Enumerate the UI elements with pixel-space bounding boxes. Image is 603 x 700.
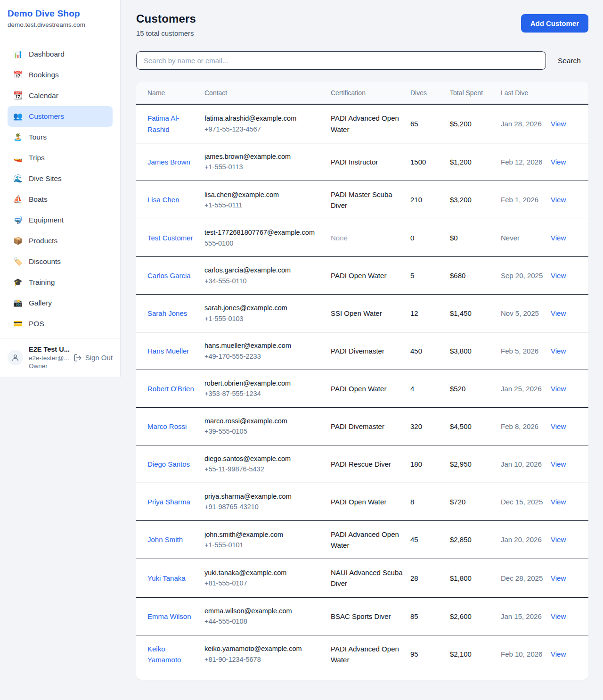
sidebar-item-pos[interactable]: 💳 POS (8, 313, 113, 334)
customer-phone: +1-555-0111 (204, 200, 323, 210)
view-link[interactable]: View (551, 196, 566, 204)
last-dive-cell: Feb 5, 2026 (501, 332, 551, 370)
sidebar-item-calendar[interactable]: 📆 Calendar (8, 85, 113, 106)
sidebar-item-boats[interactable]: ⛵ Boats (8, 189, 113, 210)
search-button[interactable]: Search (550, 57, 588, 65)
total-spent-cell: $2,850 (450, 520, 501, 559)
sidebar-item-equipment[interactable]: 🤿 Equipment (8, 210, 113, 231)
nav-label: Boats (29, 195, 48, 204)
customer-name-link[interactable]: Lisa Chen (147, 196, 179, 204)
view-link[interactable]: View (551, 460, 566, 468)
view-link[interactable]: View (551, 309, 566, 317)
customer-name-link[interactable]: Sarah Jones (147, 309, 187, 317)
contact-cell: keiko.yamamoto@example.com +81-90-1234-5… (204, 635, 331, 673)
nav-icon: 📅 (13, 71, 23, 79)
total-spent-cell: $3,800 (450, 332, 501, 370)
sidebar-item-products[interactable]: 📦 Products (8, 231, 113, 251)
view-link[interactable]: View (551, 272, 566, 280)
last-dive-cell: Jan 25, 2026 (501, 370, 551, 407)
contact-cell: diego.santos@example.com +55-11-99876-54… (204, 445, 331, 483)
customer-phone: +39-555-0105 (204, 426, 323, 436)
view-link[interactable]: View (551, 612, 566, 620)
certification-cell: NAUI Advanced Scuba Diver (331, 559, 410, 598)
view-link[interactable]: View (551, 574, 566, 582)
nav-icon: 🤿 (13, 216, 23, 224)
table-row: Fatima Al-Rashid fatima.alrashid@example… (136, 104, 588, 143)
customer-name-link[interactable]: Robert O'Brien (147, 385, 194, 393)
customer-name-link[interactable]: Fatima Al-Rashid (147, 114, 179, 133)
view-link[interactable]: View (551, 158, 566, 166)
nav-icon: 🎓 (13, 279, 23, 286)
customer-phone: +1-555-0113 (204, 162, 323, 172)
customer-name-link[interactable]: James Brown (147, 158, 190, 166)
table-row: Keiko Yamamoto keiko.yamamoto@example.co… (136, 635, 588, 673)
view-link[interactable]: View (551, 385, 566, 393)
nav-icon: 📆 (13, 92, 23, 99)
customer-name-link[interactable]: Carlos Garcia (147, 272, 191, 280)
view-link[interactable]: View (551, 650, 566, 658)
shop-name[interactable]: Demo Dive Shop (8, 8, 113, 19)
view-link[interactable]: View (551, 422, 566, 430)
customer-name-link[interactable]: Yuki Tanaka (147, 574, 186, 582)
sign-out-button[interactable]: Sign Out (73, 354, 113, 362)
certification-cell: PADI Advanced Open Water (331, 104, 410, 143)
customer-email: john.smith@example.com (204, 529, 323, 540)
customer-name-link[interactable]: Emma Wilson (147, 612, 191, 620)
table-row: Priya Sharma priya.sharma@example.com +9… (136, 483, 588, 520)
customer-name-link[interactable]: Hans Mueller (147, 347, 189, 355)
customer-name-link[interactable]: Priya Sharma (147, 498, 190, 506)
customer-name-link[interactable]: Marco Rossi (147, 422, 187, 430)
last-dive-cell: Jan 10, 2026 (501, 445, 551, 483)
view-link[interactable]: View (551, 498, 566, 506)
contact-cell: lisa.chen@example.com +1-555-0111 (204, 181, 331, 219)
sidebar-item-trips[interactable]: 🚤 Trips (8, 148, 113, 168)
sidebar-item-gallery[interactable]: 📸 Gallery (8, 293, 113, 313)
customer-name-link[interactable]: John Smith (147, 535, 183, 544)
sidebar: Demo Dive Shop demo.test.divestreams.com… (0, 0, 121, 377)
search-input[interactable] (136, 51, 546, 70)
customer-phone: +55-11-99876-5432 (204, 464, 323, 474)
certification-cell: PADI Advanced Open Water (331, 520, 410, 559)
view-link[interactable]: View (551, 535, 566, 544)
customer-name-link[interactable]: Keiko Yamamoto (147, 645, 181, 664)
sidebar-item-discounts[interactable]: 🏷️ Discounts (8, 251, 113, 272)
nav-label: Dive Sites (29, 174, 62, 183)
contact-cell: fatima.alrashid@example.com +971-55-123-… (204, 104, 331, 143)
table-row: Carlos Garcia carlos.garcia@example.com … (136, 257, 588, 295)
customer-phone: +49-170-555-2233 (204, 351, 323, 362)
sidebar-item-training[interactable]: 🎓 Training (8, 272, 113, 293)
nav-label: Equipment (29, 216, 64, 224)
view-link[interactable]: View (551, 120, 566, 128)
customer-email: fatima.alrashid@example.com (204, 113, 323, 124)
nav-icon: 🏝️ (13, 133, 23, 141)
sidebar-item-tours[interactable]: 🏝️ Tours (8, 127, 113, 148)
dives-cell: 95 (410, 635, 450, 673)
sidebar-item-dashboard[interactable]: 📊 Dashboard (8, 44, 113, 65)
table-row: James Brown james.brown@example.com +1-5… (136, 143, 588, 181)
view-link[interactable]: View (551, 347, 566, 355)
table-row: Test Customer test-1772681807767@example… (136, 219, 588, 257)
nav-label: Calendar (29, 91, 58, 100)
nav-icon: 🌊 (13, 175, 23, 182)
view-link[interactable]: View (551, 234, 566, 242)
sidebar-item-bookings[interactable]: 📅 Bookings (8, 65, 113, 85)
last-dive-cell: Nov 5, 2025 (501, 295, 551, 332)
customer-phone: +34-555-0110 (204, 276, 323, 286)
customer-name-link[interactable]: Diego Santos (147, 460, 190, 468)
column-header-last-dive: Last Dive (501, 82, 551, 104)
customer-phone: 555-0100 (204, 238, 323, 248)
nav-icon: 👥 (13, 113, 23, 120)
add-customer-button[interactable]: Add Customer (521, 14, 588, 33)
certification-cell: PADI Instructor (331, 143, 410, 181)
sidebar-item-dive-sites[interactable]: 🌊 Dive Sites (8, 168, 113, 189)
total-spent-cell: $520 (450, 370, 501, 407)
contact-cell: emma.wilson@example.com +44-555-0108 (204, 597, 331, 635)
sidebar-item-customers[interactable]: 👥 Customers (8, 106, 113, 127)
customer-phone: +353-87-555-1234 (204, 388, 323, 399)
avatar (8, 350, 23, 365)
certification-cell: SSI Open Water (331, 295, 410, 332)
total-spent-cell: $4,500 (450, 407, 501, 445)
dives-cell: 65 (410, 104, 450, 143)
main-content: Customers 15 total customers Add Custome… (121, 0, 603, 692)
customer-name-link[interactable]: Test Customer (147, 234, 193, 242)
